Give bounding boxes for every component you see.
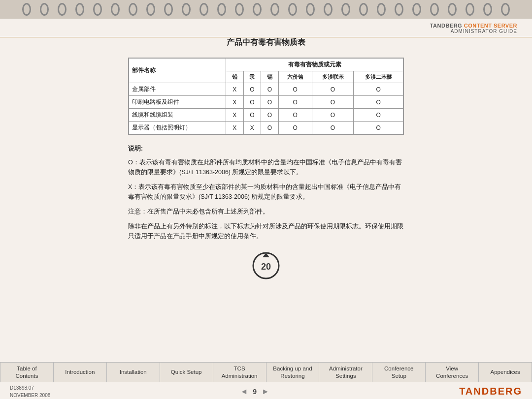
- spiral-ring: [58, 3, 66, 16]
- substance-value: O: [261, 83, 279, 96]
- spiral-ring: [448, 3, 457, 16]
- part-name-cell: 线缆和线缆组装: [129, 109, 226, 122]
- spiral-ring: [341, 3, 350, 16]
- spiral-ring: [430, 3, 439, 16]
- brand-product: CONTENT SERVER: [464, 23, 517, 29]
- substance-value: O: [278, 122, 312, 134]
- nav-tab-tcs-administration[interactable]: TCSAdministration: [213, 363, 266, 382]
- substance-value: O: [243, 83, 261, 96]
- nav-tab-introduction[interactable]: Introduction: [54, 363, 107, 382]
- nav-tab-table-of-contents[interactable]: Table ofContents: [0, 363, 54, 382]
- spiral-ring: [395, 3, 403, 16]
- spiral-ring: [288, 3, 297, 16]
- doc-date: NOVEMBER 2008: [10, 392, 50, 399]
- prev-page-button[interactable]: ◄: [240, 387, 248, 396]
- header-subtitle: ADMINISTRATOR GUIDE: [0, 29, 517, 34]
- table-row: 线缆和线缆组装XOOOOO: [129, 109, 403, 122]
- column-header-多溴二苯醚: 多溴二苯醚: [354, 71, 403, 83]
- substance-value: O: [312, 109, 353, 122]
- spiral-ring: [306, 3, 315, 16]
- nav-tab-view-conferences[interactable]: ViewConferences: [426, 363, 479, 382]
- nav-tab-backing-up[interactable]: Backing up andRestoring: [266, 363, 320, 382]
- note-x: X：表示该有毒有害物质至少在该部件的某一均质材料中的含量超出中国标准《电子信息产…: [128, 182, 404, 202]
- substance-value: X: [226, 96, 244, 109]
- column-header-六价铬: 六价铬: [278, 71, 312, 83]
- part-name-header: 部件名称: [129, 59, 226, 83]
- description-section: 说明: O：表示该有毒有害物质在此部件所有均质材料中的含量均在中国标准《电子信息…: [128, 144, 404, 241]
- spiral-ring: [111, 3, 120, 16]
- spiral-ring: [377, 3, 386, 16]
- part-name-cell: 显示器（包括照明灯）: [129, 122, 226, 134]
- spiral-ring: [182, 3, 191, 16]
- column-header-多溴联苯: 多溴联苯: [312, 71, 353, 83]
- page-number: 9: [253, 388, 257, 396]
- spiral-ring: [22, 3, 31, 16]
- substance-value: O: [261, 109, 279, 122]
- next-page-button[interactable]: ►: [262, 387, 269, 396]
- page-header: TANDBERG CONTENT SERVER ADMINISTRATOR GU…: [0, 19, 532, 37]
- table-row: 显示器（包括照明灯）XXOOOO: [129, 122, 403, 134]
- spiral-ring: [501, 3, 510, 16]
- hazardous-table: 部件名称 有毒有害物质或元素 铅汞镉六价铬多溴联苯多溴二苯醚 金属部件XOOOO…: [129, 58, 403, 134]
- part-name-cell: 金属部件: [129, 83, 226, 96]
- note-warning: 注意：在所售产品中未必包含所有上述所列部件。: [128, 207, 404, 216]
- column-header-镉: 镉: [261, 71, 279, 83]
- spiral-ring: [200, 3, 208, 16]
- substance-value: O: [312, 96, 353, 109]
- page-title: 产品中有毒有害物质表: [0, 37, 532, 48]
- substance-value: O: [354, 83, 403, 96]
- nav-tab-quick-setup[interactable]: Quick Setup: [160, 363, 213, 382]
- nav-tab-administrator-settings[interactable]: AdministratorSettings: [319, 363, 372, 382]
- substance-value: O: [261, 122, 279, 134]
- svg-text:20: 20: [261, 262, 271, 272]
- nav-tab-conference-setup[interactable]: ConferenceSetup: [372, 363, 426, 382]
- note-o: O：表示该有毒有害物质在此部件所有均质材料中的含量均在中国标准《电子信息产品中有…: [128, 157, 404, 177]
- spiral-ring: [164, 3, 173, 16]
- spiral-ring: [129, 3, 137, 16]
- part-name-cell: 印刷电路板及组件: [129, 96, 226, 109]
- table-row: 金属部件XOOOOO: [129, 83, 403, 96]
- content-area: TANDBERG CONTENT SERVER ADMINISTRATOR GU…: [0, 19, 532, 362]
- brand-tandberg: TANDBERG: [430, 23, 463, 29]
- spiral-ring: [253, 3, 262, 16]
- substance-value: O: [243, 96, 261, 109]
- spiral-ring: [359, 3, 368, 16]
- doc-number: D13898.07: [10, 384, 50, 392]
- column-header-铅: 铅: [226, 71, 244, 83]
- substance-value: O: [243, 109, 261, 122]
- substance-value: X: [226, 122, 244, 134]
- bottom-nav: Table ofContentsIntroductionInstallation…: [0, 362, 532, 399]
- footer-brand: TANDBERG: [459, 386, 522, 397]
- substance-value: O: [354, 109, 403, 122]
- substance-header: 有毒有害物质或元素: [226, 59, 403, 71]
- nav-tab-installation[interactable]: Installation: [107, 363, 160, 382]
- spiral-ring: [93, 3, 102, 16]
- footer-pagination: ◄ 9 ►: [240, 387, 269, 396]
- substance-value: O: [312, 83, 353, 96]
- spiral-ring: [466, 3, 474, 16]
- spiral-ring: [483, 3, 492, 16]
- hazardous-table-wrapper: 部件名称 有毒有害物质或元素 铅汞镉六价铬多溴联苯多溴二苯醚 金属部件XOOOO…: [128, 58, 404, 135]
- substance-value: O: [278, 109, 312, 122]
- substance-value: X: [226, 109, 244, 122]
- spiral-ring: [235, 3, 244, 16]
- substance-value: O: [312, 122, 353, 134]
- notes-label: 说明:: [128, 144, 404, 153]
- column-header-汞: 汞: [243, 71, 261, 83]
- footer-doc-info: D13898.07 NOVEMBER 2008: [10, 384, 50, 399]
- spiral-ring: [75, 3, 84, 16]
- cycle-20-symbol: 20: [251, 251, 281, 280]
- spiral-ring: [40, 3, 49, 16]
- substance-value: O: [354, 96, 403, 109]
- main-content: 产品中有毒有害物质表 部件名称 有毒有害物质或元素 铅汞镉六价铬多溴联苯多溴二苯…: [0, 37, 532, 292]
- nav-tab-appendices[interactable]: Appendices: [479, 363, 532, 382]
- substance-value: O: [278, 83, 312, 96]
- nav-tabs: Table ofContentsIntroductionInstallation…: [0, 362, 532, 382]
- substance-value: O: [354, 122, 403, 134]
- substance-value: O: [261, 96, 279, 109]
- spiral-ring: [270, 3, 279, 16]
- table-row: 印刷电路板及组件XOOOOO: [129, 96, 403, 109]
- substance-value: X: [243, 122, 261, 134]
- recycle-symbol-container: 20: [128, 246, 404, 287]
- substance-value: X: [226, 83, 244, 96]
